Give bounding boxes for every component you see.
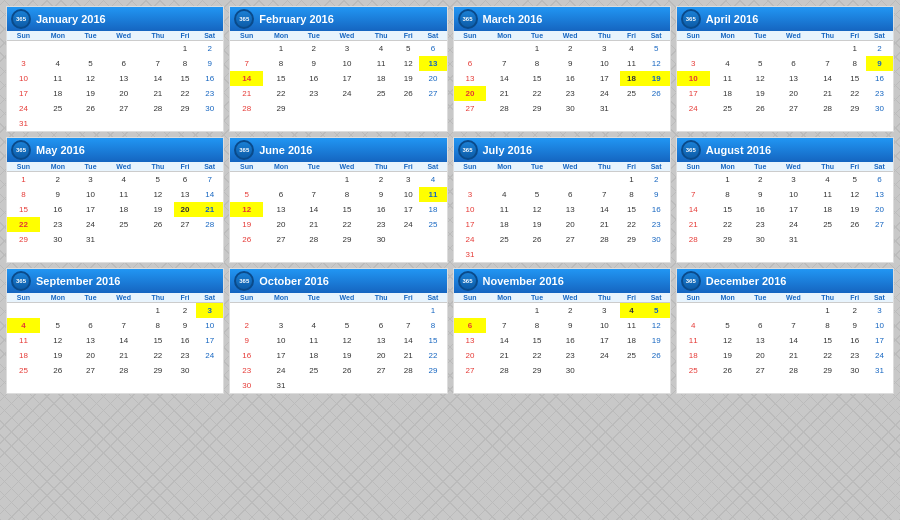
calendar-day: 20 xyxy=(365,348,397,363)
calendar-day: 23 xyxy=(196,86,223,101)
calendar-day: 30 xyxy=(745,232,775,247)
calendar-day: 17 xyxy=(7,86,40,101)
month-header: 365July 2016 xyxy=(454,138,670,162)
calendar-day: 14 xyxy=(677,202,710,217)
calendar-day: 18 xyxy=(299,348,329,363)
calendar-day: 4 xyxy=(620,41,642,57)
day-header-thu: Thu xyxy=(142,162,174,172)
calendar-day: 21 xyxy=(142,86,174,101)
calendar-day: 7 xyxy=(775,318,811,333)
calendar-day: 13 xyxy=(365,333,397,348)
calendar-table: SunMonTueWedThuFriSat1234567891011121314… xyxy=(7,162,223,247)
calendar-day: 22 xyxy=(522,348,552,363)
calendar-day: 10 xyxy=(454,202,487,217)
day-header-thu: Thu xyxy=(588,162,620,172)
calendar-day xyxy=(812,232,844,247)
calendar-day: 4 xyxy=(710,56,746,71)
calendar-day: 7 xyxy=(397,318,419,333)
calendar-day xyxy=(142,41,174,57)
calendar-day: 22 xyxy=(263,86,299,101)
calendar-day: 30 xyxy=(866,101,893,116)
calendar-day: 21 xyxy=(105,348,141,363)
calendar-day xyxy=(677,172,710,188)
calendar-day: 16 xyxy=(745,202,775,217)
calendar-day: 5 xyxy=(844,172,866,188)
day-header-tue: Tue xyxy=(745,293,775,303)
calendar-day: 1 xyxy=(7,172,40,188)
calendar-day: 20 xyxy=(105,86,141,101)
calendar-day: 12 xyxy=(522,202,552,217)
calendar-day: 25 xyxy=(299,363,329,378)
calendar-day: 1 xyxy=(710,172,746,188)
calendar-day: 7 xyxy=(230,56,263,71)
month-header: 365June 2016 xyxy=(230,138,446,162)
day-header-fri: Fri xyxy=(174,31,196,41)
calendar-day: 18 xyxy=(105,202,141,217)
calendar-day xyxy=(454,41,487,57)
calendar-day: 21 xyxy=(486,86,522,101)
calendar-day xyxy=(196,232,223,247)
calendar-day: 7 xyxy=(677,187,710,202)
calendar-day xyxy=(588,363,620,378)
calendar-day: 26 xyxy=(230,232,263,247)
day-header-tue: Tue xyxy=(76,162,106,172)
calendar-day xyxy=(710,41,746,57)
month-card-7: 365July 2016SunMonTueWedThuFriSat1234567… xyxy=(453,137,671,263)
calendar-day: 3 xyxy=(329,41,365,57)
calendar-day: 30 xyxy=(643,232,670,247)
calendar-day: 13 xyxy=(419,56,446,71)
badge-365: 365 xyxy=(681,9,701,29)
day-header-sat: Sat xyxy=(419,31,446,41)
calendar-day: 28 xyxy=(299,232,329,247)
calendar-day: 16 xyxy=(299,71,329,86)
calendar-day xyxy=(775,303,811,319)
calendar-day: 29 xyxy=(812,363,844,378)
day-header-wed: Wed xyxy=(552,31,588,41)
day-header-tue: Tue xyxy=(299,162,329,172)
day-header-sun: Sun xyxy=(7,162,40,172)
calendar-table: SunMonTueWedThuFriSat1234567891011121314… xyxy=(230,162,446,247)
calendar-day: 10 xyxy=(263,333,299,348)
calendar-day xyxy=(142,232,174,247)
calendar-day: 25 xyxy=(105,217,141,232)
calendar-day xyxy=(105,116,141,131)
calendar-day: 21 xyxy=(486,348,522,363)
calendar-day: 20 xyxy=(454,348,487,363)
calendar-day: 7 xyxy=(299,187,329,202)
calendar-day: 26 xyxy=(40,363,76,378)
month-title: August 2016 xyxy=(706,144,771,156)
month-card-5: 365May 2016SunMonTueWedThuFriSat12345678… xyxy=(6,137,224,263)
day-header-wed: Wed xyxy=(552,293,588,303)
month-title: June 2016 xyxy=(259,144,312,156)
calendar-day: 27 xyxy=(76,363,106,378)
day-header-wed: Wed xyxy=(329,162,365,172)
calendar-day: 26 xyxy=(397,86,419,101)
calendar-day: 25 xyxy=(710,101,746,116)
calendar-day: 6 xyxy=(419,41,446,57)
calendar-day: 27 xyxy=(419,86,446,101)
calendar-day: 1 xyxy=(174,41,196,57)
calendar-day: 11 xyxy=(677,333,710,348)
calendar-day: 20 xyxy=(775,86,811,101)
calendar-day: 17 xyxy=(76,202,106,217)
calendar-day: 10 xyxy=(588,56,620,71)
calendar-day: 7 xyxy=(812,56,844,71)
calendar-day: 18 xyxy=(812,202,844,217)
calendar-day: 9 xyxy=(299,56,329,71)
day-header-wed: Wed xyxy=(105,162,141,172)
calendar-day: 23 xyxy=(230,363,263,378)
day-header-wed: Wed xyxy=(775,162,811,172)
calendar-day: 6 xyxy=(745,318,775,333)
calendar-day: 7 xyxy=(196,172,223,188)
calendar-table: SunMonTueWedThuFriSat1234567891011121314… xyxy=(7,31,223,131)
calendar-day: 3 xyxy=(775,172,811,188)
calendar-day: 2 xyxy=(365,172,397,188)
calendar-day: 20 xyxy=(174,202,196,217)
calendar-day: 17 xyxy=(454,217,487,232)
calendar-day: 15 xyxy=(522,71,552,86)
calendar-day: 12 xyxy=(643,318,670,333)
calendar-day xyxy=(142,116,174,131)
calendar-day xyxy=(397,101,419,116)
calendar-day: 24 xyxy=(677,101,710,116)
calendar-day xyxy=(486,172,522,188)
